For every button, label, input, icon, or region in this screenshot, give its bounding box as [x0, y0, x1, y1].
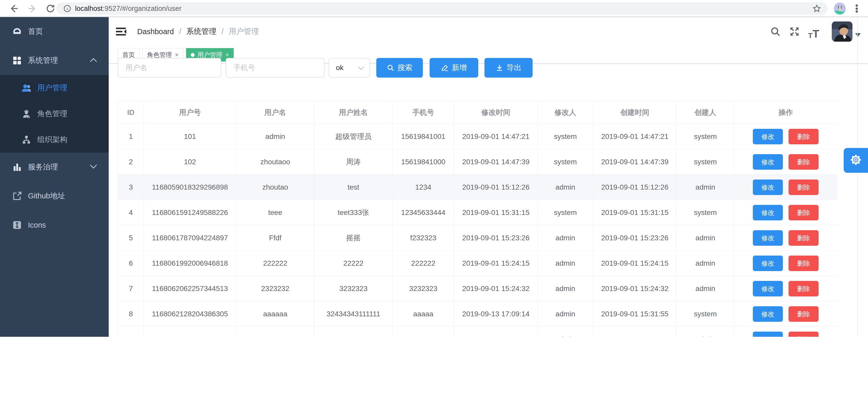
sidebar-item-service-governance[interactable]: 服务治理 — [0, 153, 109, 182]
edit-button[interactable]: 修改 — [753, 332, 783, 337]
delete-button[interactable]: 删除 — [788, 180, 818, 195]
table-cell: 545454 — [314, 327, 393, 337]
add-button[interactable]: 新增 — [430, 58, 478, 77]
delete-button[interactable]: 删除 — [788, 230, 818, 246]
bookmark-star-icon[interactable] — [812, 4, 822, 14]
column-header: 操作 — [734, 101, 837, 124]
search-icon[interactable] — [768, 24, 783, 39]
table-cell: 超级管理员 — [314, 124, 393, 149]
active-dot — [191, 53, 195, 57]
status-select[interactable]: ok — [329, 58, 370, 77]
delete-button[interactable]: 删除 — [788, 306, 818, 322]
table-cell: admin — [538, 225, 593, 251]
table-cell: 7 — [118, 276, 144, 301]
table-row: 1101admin超级管理员156198410012019-09-01 14:4… — [118, 124, 837, 149]
edit-button[interactable]: 修改 — [753, 256, 783, 271]
table-cell: system — [677, 301, 734, 327]
search-button[interactable]: 搜索 — [376, 58, 423, 77]
delete-button[interactable]: 删除 — [788, 332, 818, 337]
tag-close-icon[interactable]: × — [175, 52, 179, 58]
download-icon — [496, 64, 503, 72]
phone-input[interactable] — [226, 58, 324, 77]
browser-back-icon[interactable] — [8, 3, 20, 14]
sidebar-item-system-management[interactable]: 系统管理 — [0, 46, 109, 75]
user-avatar[interactable] — [832, 22, 852, 42]
table-row: 6116806199200694681822222222222222222201… — [118, 251, 837, 276]
text-size-icon[interactable]: TT — [806, 24, 822, 39]
browser-profile-avatar[interactable] — [834, 3, 846, 14]
avatar-caret-down-icon[interactable] — [855, 33, 861, 37]
table-cell: 2019-09-01 14:47:21 — [593, 124, 677, 149]
delete-button[interactable]: 删除 — [788, 129, 818, 144]
table-cell: 222222 — [393, 251, 454, 276]
table-cell: 3232323 — [314, 276, 393, 301]
search-button-icon — [386, 64, 394, 72]
table-cell: system — [677, 124, 734, 149]
edit-button[interactable]: 修改 — [753, 180, 783, 195]
delete-button[interactable]: 删除 — [788, 205, 818, 220]
table-cell: 12345633444 — [393, 200, 454, 225]
table-cell: 2019-09-01 15:25:04 — [454, 327, 538, 337]
actions-cell: 修改删除 — [734, 225, 837, 251]
column-header: 用户号 — [144, 101, 236, 124]
column-header: 用户名 — [236, 101, 314, 124]
sidebar-item-organization[interactable]: 组织架构 — [0, 127, 109, 153]
url-bar[interactable]: localhost:9527/#/organization/user — [56, 2, 828, 15]
table-cell: aaaaa — [393, 301, 454, 327]
table-cell: 2019-09-01 15:23:26 — [593, 225, 677, 251]
main-area: Dashboard / 系统管理 / 用户管理 — [109, 17, 868, 337]
table-cell: 2019-09-01 15:31:15 — [593, 200, 677, 225]
delete-button[interactable]: 删除 — [788, 256, 818, 271]
actions-cell: 修改删除 — [734, 327, 837, 337]
breadcrumb-dashboard[interactable]: Dashboard — [137, 27, 174, 36]
table-cell: admin — [538, 301, 593, 327]
edit-button[interactable]: 修改 — [753, 154, 783, 170]
browser-menu-icon[interactable] — [855, 3, 859, 14]
users-icon — [21, 82, 32, 94]
table-cell: 15619841001 — [393, 124, 454, 149]
table-cell: teet333张 — [314, 200, 393, 225]
browser-forward-icon[interactable] — [26, 3, 38, 14]
table-cell: 2019-09-01 14:47:21 — [454, 124, 538, 149]
table-cell: aaaaaa — [236, 301, 314, 327]
table-cell: admin — [538, 327, 593, 337]
table-cell: 8 — [118, 301, 144, 327]
edit-button[interactable]: 修改 — [753, 281, 783, 296]
table-row: 81168062128204386305aaaaaa32434343111111… — [118, 301, 837, 327]
sidebar-item-home[interactable]: 首页 — [0, 17, 109, 46]
breadcrumb-system[interactable]: 系统管理 — [186, 26, 216, 37]
export-button[interactable]: 导出 — [485, 58, 533, 77]
table-cell: teee — [236, 200, 314, 225]
delete-button[interactable]: 删除 — [788, 281, 818, 296]
edit-button[interactable]: 修改 — [753, 230, 783, 246]
sidebar-item-icons[interactable]: Icons — [0, 211, 109, 239]
table-cell: 1168061787094224897 — [144, 225, 236, 251]
tag-close-icon[interactable]: × — [225, 52, 229, 58]
edit-button[interactable]: 修改 — [753, 306, 783, 322]
delete-button[interactable]: 删除 — [788, 154, 818, 170]
username-input[interactable] — [118, 58, 221, 77]
table-cell: f232323 — [393, 225, 454, 251]
edit-button[interactable]: 修改 — [753, 129, 783, 144]
edit-button[interactable]: 修改 — [753, 205, 783, 220]
column-header: ID — [118, 101, 144, 124]
actions-cell: 修改删除 — [734, 301, 837, 327]
fullscreen-icon[interactable] — [787, 24, 802, 39]
right-divider — [857, 17, 858, 337]
sidebar-item-role-management[interactable]: 角色管理 — [0, 101, 109, 127]
sidebar-item-github-link[interactable]: Github地址 — [0, 182, 109, 211]
sidebar-item-user-management[interactable]: 用户管理 — [0, 75, 109, 101]
browser-reload-icon[interactable] — [44, 3, 56, 14]
table-cell: 2019-09-01 15:24:32 — [593, 276, 677, 301]
table-cell: 4 — [118, 200, 144, 225]
settings-panel-button[interactable] — [844, 148, 868, 173]
table-row: 41168061591249588226teeeteet333张12345633… — [118, 200, 837, 225]
table-cell: admin — [677, 276, 734, 301]
hamburger-icon[interactable] — [116, 26, 127, 37]
top-navbar: Dashboard / 系统管理 / 用户管理 — [109, 17, 868, 46]
table-cell: 2019-09-01 15:31:15 — [454, 200, 538, 225]
table-cell: 摇摇 — [314, 225, 393, 251]
breadcrumb: Dashboard / 系统管理 / 用户管理 — [137, 17, 259, 46]
table-cell: 2019-09-01 14:47:39 — [454, 149, 538, 174]
actions-cell: 修改删除 — [734, 149, 837, 174]
